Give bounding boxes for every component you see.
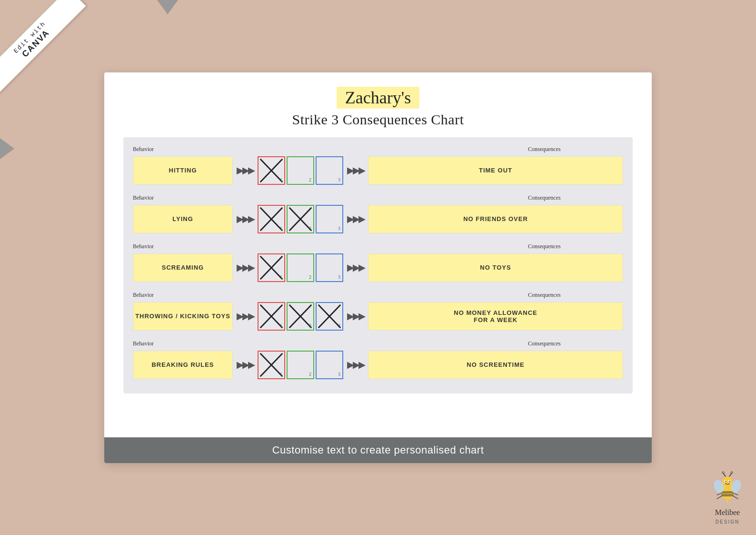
arrow-right: ▶▶▶ [237, 214, 254, 224]
title-area: Zachary's Strike 3 Consequences Chart [123, 87, 633, 128]
consequences-label: Consequences [528, 146, 623, 153]
strike-number: 2 [309, 274, 311, 280]
row-content: SCREAMING▶▶▶123▶▶▶NO TOYS [133, 253, 623, 282]
chart-row: BehaviorConsequencesHITTING▶▶▶123▶▶▶TIME… [133, 146, 623, 185]
row-content: HITTING▶▶▶123▶▶▶TIME OUT [133, 156, 623, 185]
chart-container: BehaviorConsequencesHITTING▶▶▶123▶▶▶TIME… [123, 137, 633, 394]
strike-number: 1 [280, 226, 282, 231]
consequences-label: Consequences [528, 340, 623, 347]
chart-row: BehaviorConsequencesSCREAMING▶▶▶123▶▶▶NO… [133, 243, 623, 282]
behavior-box: HITTING [133, 156, 233, 185]
strike-boxes: 123 [258, 351, 343, 379]
strike-box: 1 [258, 253, 285, 282]
triangle-left [0, 138, 14, 159]
consequences-label: Consequences [528, 243, 623, 250]
behavior-label: Behavior [133, 146, 154, 153]
strike-box: 3 [316, 156, 343, 185]
strike-boxes: 123 [258, 156, 343, 185]
strike-number: 1 [280, 274, 282, 280]
strike-box: 3 [316, 351, 343, 379]
strike-number: 1 [280, 372, 282, 377]
row-content: THROWING / KICKING TOYS▶▶▶123▶▶▶NO MONEY… [133, 302, 623, 331]
bottom-bar: Customise text to create personalised ch… [104, 437, 652, 463]
strike-boxes: 123 [258, 302, 343, 331]
brand-name: Melibee [708, 508, 746, 517]
arrow-right: ▶▶▶ [237, 262, 254, 273]
arrow-right-2: ▶▶▶ [347, 165, 364, 176]
strike-box: 3 [316, 253, 343, 282]
canva-label: CANVA [0, 0, 83, 91]
strike-box: 1 [258, 205, 285, 233]
canva-ribbon: Edit with CANVA [0, 0, 86, 93]
strike-number: 3 [338, 226, 340, 231]
consequences-label: Consequences [528, 194, 623, 202]
svg-line-32 [717, 496, 722, 499]
strike-number: 2 [309, 226, 311, 231]
strike-number: 2 [309, 177, 311, 182]
behavior-label: Behavior [133, 292, 154, 299]
svg-rect-18 [721, 494, 734, 496]
consequences-label: Consequences [528, 292, 623, 299]
arrow-right-2: ▶▶▶ [347, 311, 364, 322]
behavior-label: Behavior [133, 194, 154, 202]
svg-marker-30 [726, 500, 729, 503]
strike-box: 1 [258, 302, 285, 331]
arrow-right-2: ▶▶▶ [347, 262, 364, 273]
main-card: Zachary's Strike 3 Consequences Chart Be… [104, 72, 652, 463]
svg-line-33 [733, 493, 738, 495]
arrow-right: ▶▶▶ [237, 360, 254, 370]
behavior-box: SCREAMING [133, 253, 233, 282]
arrow-right: ▶▶▶ [237, 311, 254, 322]
arrow-right-2: ▶▶▶ [347, 214, 364, 224]
strike-number: 1 [280, 177, 282, 182]
svg-point-23 [729, 481, 730, 482]
consequence-box: NO MONEY ALLOWANCEFOR A WEEK [368, 302, 623, 331]
row-content: LYING▶▶▶123▶▶▶NO FRIENDS OVER [133, 205, 623, 233]
svg-point-22 [725, 481, 726, 482]
bee-logo: Melibee DESIGN [708, 468, 746, 525]
strike-number: 1 [280, 323, 282, 328]
svg-line-31 [717, 493, 722, 495]
strike-number: 2 [309, 323, 311, 328]
strike-box: 2 [287, 351, 314, 379]
strike-box: 1 [258, 156, 285, 185]
behavior-box: LYING [133, 205, 233, 233]
consequence-box: NO SCREENTIME [368, 351, 623, 379]
strike-number: 3 [338, 177, 340, 182]
strike-number: 3 [338, 323, 340, 328]
chart-row: BehaviorConsequencesTHROWING / KICKING T… [133, 292, 623, 331]
chart-row: BehaviorConsequencesLYING▶▶▶123▶▶▶NO FRI… [133, 194, 623, 233]
chart-row: BehaviorConsequencesBREAKING RULES▶▶▶123… [133, 340, 623, 379]
strike-box: 2 [287, 156, 314, 185]
consequence-box: TIME OUT [368, 156, 623, 185]
svg-point-27 [731, 472, 733, 474]
behavior-label: Behavior [133, 340, 154, 347]
strike-number: 3 [338, 274, 340, 280]
svg-point-25 [722, 472, 724, 474]
strike-number: 3 [338, 372, 340, 377]
behavior-box: BREAKING RULES [133, 351, 233, 379]
consequence-box: NO TOYS [368, 253, 623, 282]
behavior-label: Behavior [133, 243, 154, 250]
arrow-right-2: ▶▶▶ [347, 360, 364, 370]
svg-rect-17 [721, 491, 734, 494]
strike-boxes: 123 [258, 205, 343, 233]
chart-subtitle: Strike 3 Consequences Chart [123, 111, 633, 128]
behavior-box: THROWING / KICKING TOYS [133, 302, 233, 331]
chart-name: Zachary's [337, 87, 419, 109]
strike-box: 3 [316, 205, 343, 233]
triangle-top [157, 0, 178, 14]
strike-boxes: 123 [258, 253, 343, 282]
strike-box: 3 [316, 302, 343, 331]
row-content: BREAKING RULES▶▶▶123▶▶▶NO SCREENTIME [133, 351, 623, 379]
consequence-box: NO FRIENDS OVER [368, 205, 623, 233]
strike-box: 1 [258, 351, 285, 379]
brand-sub: DESIGN [716, 519, 739, 525]
svg-point-19 [722, 476, 733, 487]
strike-box: 2 [287, 302, 314, 331]
bee-icon [708, 468, 746, 506]
strike-box: 2 [287, 253, 314, 282]
strike-box: 2 [287, 205, 314, 233]
arrow-right: ▶▶▶ [237, 165, 254, 176]
svg-line-34 [733, 496, 738, 499]
